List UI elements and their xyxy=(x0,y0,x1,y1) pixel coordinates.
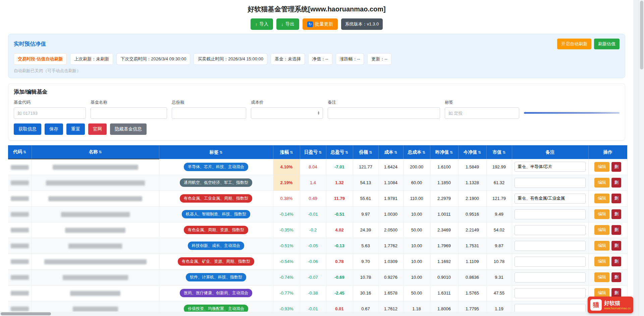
table-row: 有色金属、矿业、资源、周期、指数型-0.54%-0.060.789.701.03… xyxy=(8,254,627,269)
edit-button[interactable]: 编辑 xyxy=(594,194,609,203)
code-cell xyxy=(8,191,32,206)
total-cost-value: 10.00 xyxy=(411,259,422,264)
remark-input[interactable] xyxy=(515,225,586,235)
edit-button[interactable]: 编辑 xyxy=(594,162,609,172)
edit-button[interactable]: 编辑 xyxy=(594,225,609,235)
column-header-操作[interactable]: 操作 xyxy=(588,145,627,159)
delete-button[interactable]: 删 xyxy=(611,225,621,235)
redacted-name xyxy=(61,212,130,217)
day-pl-cell: -0.07 xyxy=(300,269,326,285)
change-value: -0.93% xyxy=(279,306,293,311)
edit-button[interactable]: 编辑 xyxy=(594,209,609,219)
remark-input[interactable] xyxy=(515,257,586,267)
total-cost-value-cell: 110.00 xyxy=(403,191,430,206)
auto-refresh-button[interactable]: 开启自动刷新 xyxy=(557,39,591,49)
column-header-成本[interactable]: 成本⇅ xyxy=(378,145,403,159)
cost-price-select[interactable]: ▴▾ xyxy=(251,107,323,119)
hide-fund-info-button[interactable]: 隐藏基金信息 xyxy=(110,123,147,135)
delete-button[interactable]: 删 xyxy=(611,162,621,172)
remark-input[interactable] xyxy=(515,162,586,172)
column-label: 标签 xyxy=(209,150,218,155)
tag-pill: 通用航空、低空经济、军工、指数型 xyxy=(180,178,252,187)
total-shares-input[interactable] xyxy=(172,107,246,119)
column-header-标签[interactable]: 标签⇅ xyxy=(159,145,273,159)
fetch-info-button[interactable]: 获取信息 xyxy=(14,123,41,135)
column-header-代码[interactable]: 代码⇅ xyxy=(8,145,32,159)
remark-input[interactable] xyxy=(515,209,586,219)
delete-button[interactable]: 删 xyxy=(611,178,621,188)
column-header-备注[interactable]: 备注 xyxy=(512,145,588,159)
remark-input[interactable] xyxy=(515,194,586,204)
redacted-name xyxy=(68,244,122,249)
official-site-button[interactable]: 官网 xyxy=(88,123,107,135)
batch-update-button[interactable]: ↻ 批量更新 xyxy=(303,18,338,30)
total-cost-value: 10.00 xyxy=(411,212,422,217)
market-value-cell: 9.49 xyxy=(486,206,512,222)
shares-value-cell: 10.78 xyxy=(353,269,378,285)
change-cell: -0.14% xyxy=(273,206,300,222)
column-header-总盈亏[interactable]: 总盈亏⇅ xyxy=(326,145,353,159)
column-label: 总盈亏 xyxy=(331,150,344,155)
export-button[interactable]: ↓ 导出 xyxy=(276,18,299,30)
change-cell: 0.38% xyxy=(273,191,300,206)
column-header-今净值[interactable]: 今净值⇅ xyxy=(458,145,486,159)
column-header-涨幅[interactable]: 涨幅⇅ xyxy=(273,145,300,159)
delete-button[interactable]: 删 xyxy=(611,241,621,251)
column-header-市值[interactable]: 市值⇅ xyxy=(486,145,512,159)
remark-input[interactable] xyxy=(328,107,440,119)
market-value-cell: 54.02 xyxy=(486,222,512,238)
fund-name-input[interactable] xyxy=(91,107,167,119)
total-cost-value: 50.00 xyxy=(411,227,422,232)
market-value: 121.79 xyxy=(492,196,506,201)
edit-button[interactable]: 编辑 xyxy=(594,272,609,282)
reset-button[interactable]: 重置 xyxy=(66,123,85,135)
version-badge: 系统版本：v1.3.0 xyxy=(341,18,383,30)
delete-button[interactable]: 删 xyxy=(611,272,621,282)
refresh-estimate-button[interactable]: 刷新估值 xyxy=(594,39,620,49)
delete-button[interactable]: 删 xyxy=(611,257,621,266)
name-cell xyxy=(32,238,159,254)
remark-input[interactable] xyxy=(515,178,586,188)
redacted-name xyxy=(65,228,125,233)
shares-value: 5.63 xyxy=(361,243,370,248)
column-label: 成本 xyxy=(384,150,393,155)
column-header-日盈亏[interactable]: 日盈亏⇅ xyxy=(300,145,326,159)
total-cost-value-cell: 200.00 xyxy=(403,159,430,175)
cost-value: 1.7612 xyxy=(384,306,397,311)
edit-button[interactable]: 编辑 xyxy=(594,241,609,251)
vertical-scrollbar[interactable] xyxy=(639,0,644,316)
import-label: 导入 xyxy=(259,21,268,27)
column-header-份额[interactable]: 份额⇅ xyxy=(353,145,378,159)
delete-button[interactable]: 删 xyxy=(611,194,621,203)
total-cost-value-cell: 50.00 xyxy=(403,222,430,238)
column-header-总成本[interactable]: 总成本⇅ xyxy=(403,145,430,159)
form-fields: 基金代码基金名称总份额成本价▴▾备注标签 xyxy=(14,100,620,119)
edit-button[interactable]: 编辑 xyxy=(594,178,609,188)
status-chip: 涨跌幅：-- xyxy=(336,53,364,65)
sort-icon: ⇅ xyxy=(394,150,397,154)
remark-input[interactable] xyxy=(515,241,586,251)
shares-value: 30.16 xyxy=(360,291,371,296)
import-button[interactable]: ↑ 导入 xyxy=(251,18,273,30)
total-pl-value: -0.69 xyxy=(334,275,344,280)
save-button[interactable]: 保存 xyxy=(45,123,63,135)
shares-value: 55.61 xyxy=(360,196,371,201)
column-header-名称[interactable]: 名称⇅ xyxy=(32,145,159,159)
delete-button[interactable]: 删 xyxy=(611,209,621,219)
horizontal-scrollbar[interactable] xyxy=(0,312,633,316)
remark-input[interactable] xyxy=(515,288,586,298)
cost-value: 1.0309 xyxy=(384,259,397,264)
fund-code-input[interactable] xyxy=(14,107,86,119)
horizontal-scrollbar-thumb[interactable] xyxy=(1,312,51,315)
column-header-昨净值[interactable]: 昨净值⇅ xyxy=(430,145,458,159)
edit-button[interactable]: 编辑 xyxy=(594,257,609,266)
shares-value: 0.67 xyxy=(361,306,370,311)
today-nav-value-cell: 1.7531 xyxy=(458,238,486,254)
cost-value: 2.0500 xyxy=(384,227,397,232)
tag-input[interactable] xyxy=(445,107,519,119)
remark-input[interactable] xyxy=(515,272,586,282)
day-pl-cell: -0.06 xyxy=(300,254,326,269)
vertical-scrollbar-thumb[interactable] xyxy=(640,1,643,69)
brand-watermark[interactable]: 猫 好软猫 www.haoruanmao.com xyxy=(588,297,633,313)
tag-cell: 有色金属、工业金属、周期、指数型 xyxy=(159,191,273,206)
